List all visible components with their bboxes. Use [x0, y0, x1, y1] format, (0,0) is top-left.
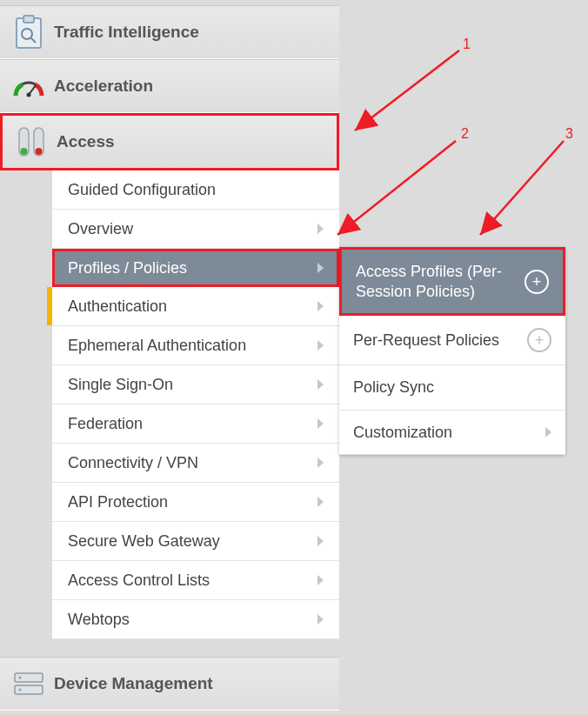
- svg-line-16: [480, 141, 564, 235]
- annotation-arrow-3: [0, 0, 588, 715]
